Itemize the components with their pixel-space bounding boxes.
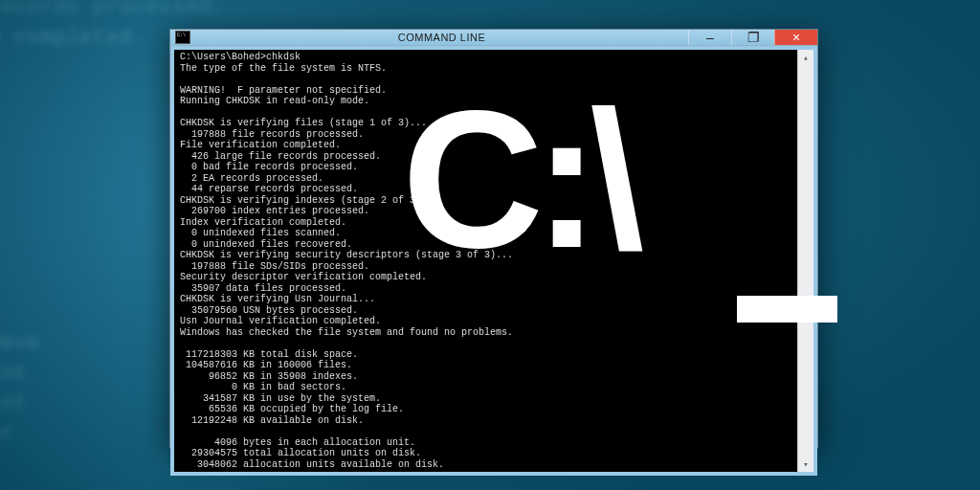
close-button[interactable]: × <box>774 30 817 45</box>
console-output[interactable]: C:\Users\Bohed>chkdsk The type of the fi… <box>174 50 797 472</box>
client-area: C:\Users\Bohed>chkdsk The type of the fi… <box>174 50 813 472</box>
command-prompt-icon <box>170 30 195 45</box>
scroll-up-arrow[interactable]: ▴ <box>798 50 813 65</box>
minimize-button[interactable]: – <box>688 30 731 45</box>
client-frame: C:\Users\Bohed>chkdsk The type of the fi… <box>170 46 817 476</box>
window-title: COMMAND LINE <box>195 30 688 45</box>
maximize-button[interactable]: ❐ <box>731 30 774 45</box>
scroll-track[interactable] <box>798 65 813 457</box>
command-line-window: COMMAND LINE – ❐ × C:\Users\Bohed>chkdsk… <box>169 29 818 448</box>
titlebar[interactable]: COMMAND LINE – ❐ × <box>170 30 817 46</box>
window-buttons: – ❐ × <box>688 30 817 45</box>
scrollbar[interactable]: ▴ ▾ <box>797 50 813 472</box>
scroll-down-arrow[interactable]: ▾ <box>798 457 813 472</box>
